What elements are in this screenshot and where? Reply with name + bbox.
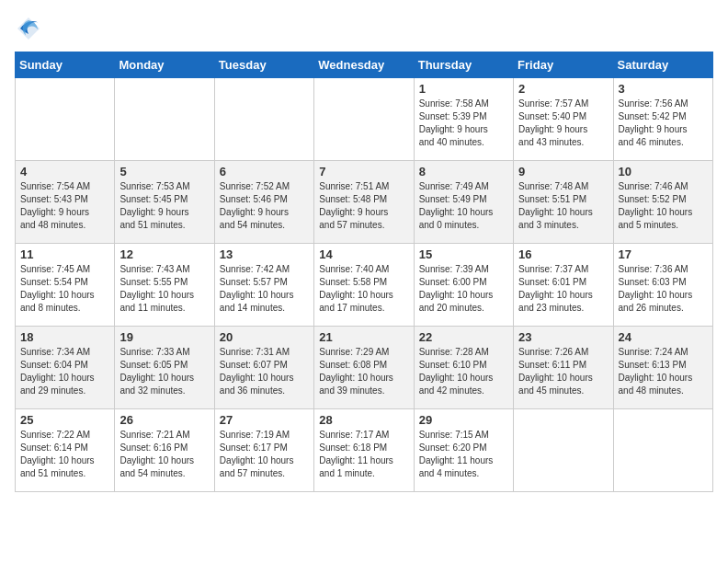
calendar-cell: 6Sunrise: 7:52 AM Sunset: 5:46 PM Daylig… xyxy=(214,161,313,244)
calendar-cell: 16Sunrise: 7:37 AM Sunset: 6:01 PM Dayli… xyxy=(514,244,613,327)
calendar-cell: 28Sunrise: 7:17 AM Sunset: 6:18 PM Dayli… xyxy=(314,409,414,492)
day-info: Sunrise: 7:42 AM Sunset: 5:57 PM Dayligh… xyxy=(220,263,309,315)
day-number: 19 xyxy=(119,330,209,344)
calendar-cell: 4Sunrise: 7:54 AM Sunset: 5:43 PM Daylig… xyxy=(16,161,115,244)
calendar-cell xyxy=(514,409,613,492)
day-info: Sunrise: 7:48 AM Sunset: 5:51 PM Dayligh… xyxy=(518,180,608,232)
day-number: 28 xyxy=(319,413,408,427)
day-number: 27 xyxy=(220,413,309,427)
day-info: Sunrise: 7:56 AM Sunset: 5:42 PM Dayligh… xyxy=(619,98,708,149)
page-header xyxy=(15,15,713,42)
calendar-cell: 18Sunrise: 7:34 AM Sunset: 6:04 PM Dayli… xyxy=(16,327,115,409)
day-number: 1 xyxy=(419,82,508,96)
calendar-cell: 21Sunrise: 7:29 AM Sunset: 6:08 PM Dayli… xyxy=(314,327,414,409)
calendar-cell xyxy=(613,409,712,492)
calendar-table: SundayMondayTuesdayWednesdayThursdayFrid… xyxy=(15,52,713,492)
weekday-header-thursday: Thursday xyxy=(414,52,513,78)
day-info: Sunrise: 7:45 AM Sunset: 5:54 PM Dayligh… xyxy=(20,263,109,315)
weekday-header-friday: Friday xyxy=(514,52,613,78)
day-number: 8 xyxy=(419,165,508,178)
day-number: 13 xyxy=(220,247,309,261)
day-number: 22 xyxy=(419,330,508,344)
weekday-header-saturday: Saturday xyxy=(613,52,712,78)
calendar-cell: 14Sunrise: 7:40 AM Sunset: 5:58 PM Dayli… xyxy=(314,244,414,327)
calendar-cell: 3Sunrise: 7:56 AM Sunset: 5:42 PM Daylig… xyxy=(613,78,712,161)
week-row-1: 1Sunrise: 7:58 AM Sunset: 5:39 PM Daylig… xyxy=(16,78,713,161)
day-number: 18 xyxy=(20,330,109,344)
week-row-3: 11Sunrise: 7:45 AM Sunset: 5:54 PM Dayli… xyxy=(16,244,713,327)
calendar-cell: 12Sunrise: 7:43 AM Sunset: 5:55 PM Dayli… xyxy=(115,244,214,327)
calendar-cell: 10Sunrise: 7:46 AM Sunset: 5:52 PM Dayli… xyxy=(613,161,712,244)
day-number: 17 xyxy=(619,247,708,261)
day-info: Sunrise: 7:31 AM Sunset: 6:07 PM Dayligh… xyxy=(220,346,309,397)
day-info: Sunrise: 7:19 AM Sunset: 6:17 PM Dayligh… xyxy=(220,429,309,480)
calendar-cell: 11Sunrise: 7:45 AM Sunset: 5:54 PM Dayli… xyxy=(16,244,115,327)
calendar-cell: 7Sunrise: 7:51 AM Sunset: 5:48 PM Daylig… xyxy=(314,161,414,244)
day-number: 14 xyxy=(319,247,408,261)
calendar-cell: 19Sunrise: 7:33 AM Sunset: 6:05 PM Dayli… xyxy=(115,327,214,409)
calendar-cell: 26Sunrise: 7:21 AM Sunset: 6:16 PM Dayli… xyxy=(115,409,214,492)
calendar-cell xyxy=(115,78,214,161)
calendar-cell xyxy=(314,78,414,161)
week-row-4: 18Sunrise: 7:34 AM Sunset: 6:04 PM Dayli… xyxy=(16,327,713,409)
day-info: Sunrise: 7:52 AM Sunset: 5:46 PM Dayligh… xyxy=(220,180,309,232)
day-number: 12 xyxy=(119,247,209,261)
day-info: Sunrise: 7:36 AM Sunset: 6:03 PM Dayligh… xyxy=(619,263,708,315)
day-number: 25 xyxy=(20,413,109,427)
day-info: Sunrise: 7:34 AM Sunset: 6:04 PM Dayligh… xyxy=(20,346,109,397)
calendar-cell: 25Sunrise: 7:22 AM Sunset: 6:14 PM Dayli… xyxy=(16,409,115,492)
day-number: 24 xyxy=(619,330,708,344)
calendar-cell: 15Sunrise: 7:39 AM Sunset: 6:00 PM Dayli… xyxy=(414,244,513,327)
day-info: Sunrise: 7:49 AM Sunset: 5:49 PM Dayligh… xyxy=(419,180,508,232)
calendar-cell: 24Sunrise: 7:24 AM Sunset: 6:13 PM Dayli… xyxy=(613,327,712,409)
day-number: 23 xyxy=(518,330,608,344)
day-info: Sunrise: 7:17 AM Sunset: 6:18 PM Dayligh… xyxy=(319,429,408,480)
calendar-cell: 20Sunrise: 7:31 AM Sunset: 6:07 PM Dayli… xyxy=(214,327,313,409)
day-info: Sunrise: 7:28 AM Sunset: 6:10 PM Dayligh… xyxy=(419,346,508,397)
weekday-header-tuesday: Tuesday xyxy=(214,52,313,78)
week-row-5: 25Sunrise: 7:22 AM Sunset: 6:14 PM Dayli… xyxy=(16,409,713,492)
day-info: Sunrise: 7:53 AM Sunset: 5:45 PM Dayligh… xyxy=(119,180,209,232)
day-info: Sunrise: 7:21 AM Sunset: 6:16 PM Dayligh… xyxy=(119,429,209,480)
day-info: Sunrise: 7:43 AM Sunset: 5:55 PM Dayligh… xyxy=(119,263,209,315)
weekday-header-row: SundayMondayTuesdayWednesdayThursdayFrid… xyxy=(16,52,713,78)
day-info: Sunrise: 7:58 AM Sunset: 5:39 PM Dayligh… xyxy=(419,98,508,149)
calendar-cell: 2Sunrise: 7:57 AM Sunset: 5:40 PM Daylig… xyxy=(514,78,613,161)
logo-icon xyxy=(15,15,42,42)
calendar-cell xyxy=(214,78,313,161)
day-info: Sunrise: 7:51 AM Sunset: 5:48 PM Dayligh… xyxy=(319,180,408,232)
calendar-cell: 9Sunrise: 7:48 AM Sunset: 5:51 PM Daylig… xyxy=(514,161,613,244)
day-number: 9 xyxy=(518,165,608,178)
day-number: 15 xyxy=(419,247,508,261)
day-number: 3 xyxy=(619,82,708,96)
day-number: 6 xyxy=(220,165,309,178)
day-info: Sunrise: 7:54 AM Sunset: 5:43 PM Dayligh… xyxy=(20,180,109,232)
day-number: 4 xyxy=(20,165,109,178)
calendar-cell: 22Sunrise: 7:28 AM Sunset: 6:10 PM Dayli… xyxy=(414,327,513,409)
day-info: Sunrise: 7:24 AM Sunset: 6:13 PM Dayligh… xyxy=(619,346,708,397)
day-number: 2 xyxy=(518,82,608,96)
calendar-cell: 27Sunrise: 7:19 AM Sunset: 6:17 PM Dayli… xyxy=(214,409,313,492)
week-row-2: 4Sunrise: 7:54 AM Sunset: 5:43 PM Daylig… xyxy=(16,161,713,244)
weekday-header-sunday: Sunday xyxy=(16,52,115,78)
calendar-cell: 13Sunrise: 7:42 AM Sunset: 5:57 PM Dayli… xyxy=(214,244,313,327)
logo xyxy=(15,15,46,42)
weekday-header-monday: Monday xyxy=(115,52,214,78)
day-info: Sunrise: 7:57 AM Sunset: 5:40 PM Dayligh… xyxy=(518,98,608,149)
calendar-cell: 29Sunrise: 7:15 AM Sunset: 6:20 PM Dayli… xyxy=(414,409,513,492)
day-number: 20 xyxy=(220,330,309,344)
calendar-cell: 23Sunrise: 7:26 AM Sunset: 6:11 PM Dayli… xyxy=(514,327,613,409)
day-number: 26 xyxy=(119,413,209,427)
day-number: 11 xyxy=(20,247,109,261)
day-number: 29 xyxy=(419,413,508,427)
day-number: 21 xyxy=(319,330,408,344)
day-info: Sunrise: 7:33 AM Sunset: 6:05 PM Dayligh… xyxy=(119,346,209,397)
day-info: Sunrise: 7:37 AM Sunset: 6:01 PM Dayligh… xyxy=(518,263,608,315)
calendar-cell: 8Sunrise: 7:49 AM Sunset: 5:49 PM Daylig… xyxy=(414,161,513,244)
day-info: Sunrise: 7:22 AM Sunset: 6:14 PM Dayligh… xyxy=(20,429,109,480)
day-number: 10 xyxy=(619,165,708,178)
day-number: 5 xyxy=(119,165,209,178)
day-info: Sunrise: 7:29 AM Sunset: 6:08 PM Dayligh… xyxy=(319,346,408,397)
day-info: Sunrise: 7:40 AM Sunset: 5:58 PM Dayligh… xyxy=(319,263,408,315)
day-number: 16 xyxy=(518,247,608,261)
